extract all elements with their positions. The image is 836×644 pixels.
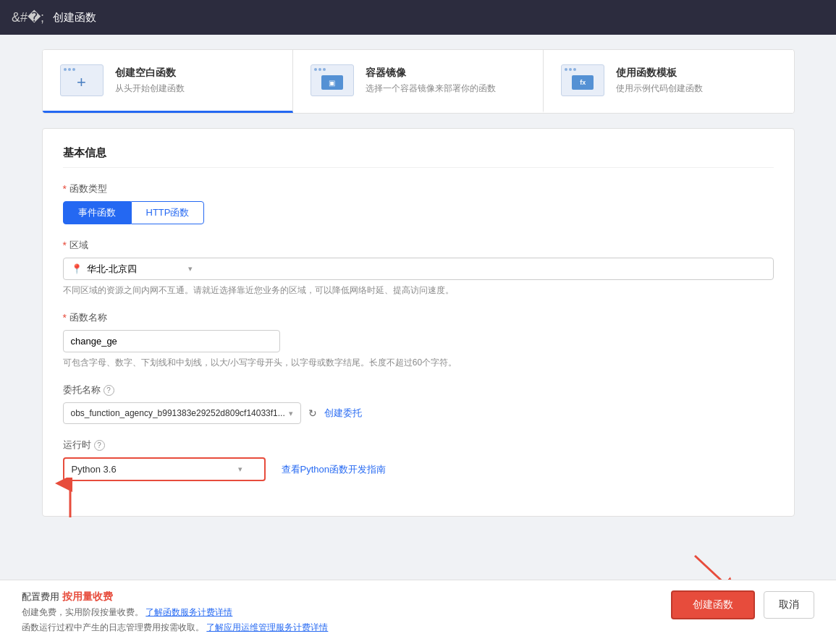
card-blank[interactable]: + 创建空白函数 从头开始创建函数: [43, 50, 293, 113]
create-entrust-link[interactable]: 创建委托: [324, 407, 362, 420]
main-content: + 创建空白函数 从头开始创建函数 ▣ 容器镜像 选择一个容器镜像来部署你的函数…: [20, 35, 816, 531]
card-blank-title: 创建空白函数: [115, 67, 185, 80]
entrust-chevron-icon: ▾: [289, 409, 293, 418]
entrust-help-icon[interactable]: ?: [104, 385, 114, 396]
region-label: * 区域: [63, 239, 774, 252]
region-hint: 不同区域的资源之间内网不互通。请就近选择靠近您业务的区域，可以降低网络时延、提高…: [63, 284, 774, 297]
entrust-row: obs_function_agency_b991383e29252d809cf1…: [63, 402, 774, 424]
entrust-group: 委托名称 ? obs_function_agency_b991383e29252…: [63, 384, 774, 424]
function-name-label: * 函数名称: [63, 311, 774, 324]
card-container[interactable]: ▣ 容器镜像 选择一个容器镜像来部署你的函数: [293, 50, 544, 113]
runtime-arrow-annotation: [48, 478, 92, 521]
card-blank-icon: +: [60, 64, 104, 96]
runtime-help-icon[interactable]: ?: [94, 440, 105, 451]
top-bar: &#�; 创建函数: [0, 0, 836, 35]
region-group: * 区域 📍 华北-北京四 华东-上海一 华南-广州 ▾ 不同区域的资源之间内网…: [63, 239, 774, 297]
card-template-title: 使用函数模板: [616, 67, 703, 80]
card-template-desc: 使用示例代码创建函数: [616, 82, 703, 95]
card-blank-desc: 从头开始创建函数: [115, 82, 185, 95]
runtime-group: 运行时 ? Python 3.6 Python 2.7 Node.js 12.1…: [63, 438, 774, 481]
creation-cards: + 创建空白函数 从头开始创建函数 ▣ 容器镜像 选择一个容器镜像来部署你的函数…: [42, 49, 795, 114]
function-name-input[interactable]: [63, 330, 280, 352]
entrust-select-wrap[interactable]: obs_function_agency_b991383e29252d809cf1…: [63, 402, 301, 424]
tab-http-function[interactable]: HTTP函数: [131, 201, 205, 224]
runtime-chevron-icon: ▾: [238, 465, 242, 474]
runtime-guide-link[interactable]: 查看Python函数开发指南: [282, 463, 386, 476]
function-name-hint: 可包含字母、数字、下划线和中划线，以大/小写字母开头，以字母或数字结尾。长度不超…: [63, 357, 774, 369]
runtime-select-wrap[interactable]: Python 3.6 Python 2.7 Node.js 12.13 Java…: [63, 457, 266, 481]
card-container-title: 容器镜像: [366, 67, 496, 80]
function-type-group: * 函数类型 事件函数 HTTP函数: [63, 182, 774, 224]
back-button[interactable]: &#�;: [12, 9, 44, 25]
function-name-group: * 函数名称 可包含字母、数字、下划线和中划线，以大/小写字母开头，以字母或数字…: [63, 311, 774, 369]
location-icon: 📍: [71, 263, 83, 274]
region-select[interactable]: 华北-北京四 华东-上海一 华南-广州: [87, 258, 188, 279]
refresh-icon[interactable]: ↻: [308, 407, 317, 419]
function-type-label: * 函数类型: [63, 182, 774, 195]
runtime-label: 运行时 ?: [63, 438, 774, 452]
page-title: 创建函数: [53, 11, 96, 25]
card-template[interactable]: fx 使用函数模板 使用示例代码创建函数: [544, 50, 793, 113]
region-select-wrap[interactable]: 📍 华北-北京四 华东-上海一 华南-广州 ▾: [63, 258, 774, 280]
form-section: 基本信息 * 函数类型 事件函数 HTTP函数 * 区域 📍 华北-北京四: [42, 128, 795, 517]
region-chevron-icon: ▾: [188, 264, 193, 274]
card-template-icon: fx: [561, 64, 604, 96]
runtime-select[interactable]: Python 3.6 Python 2.7 Node.js 12.13 Java…: [72, 459, 238, 480]
entrust-select[interactable]: obs_function_agency_b991383e29252d809cf1…: [71, 403, 289, 423]
card-container-icon: ▣: [311, 64, 354, 96]
section-title: 基本信息: [63, 146, 774, 168]
function-type-tabs: 事件函数 HTTP函数: [63, 201, 774, 224]
entrust-label: 委托名称 ?: [63, 384, 774, 397]
tab-event-function[interactable]: 事件函数: [63, 201, 131, 224]
card-container-desc: 选择一个容器镜像来部署你的函数: [366, 82, 496, 95]
